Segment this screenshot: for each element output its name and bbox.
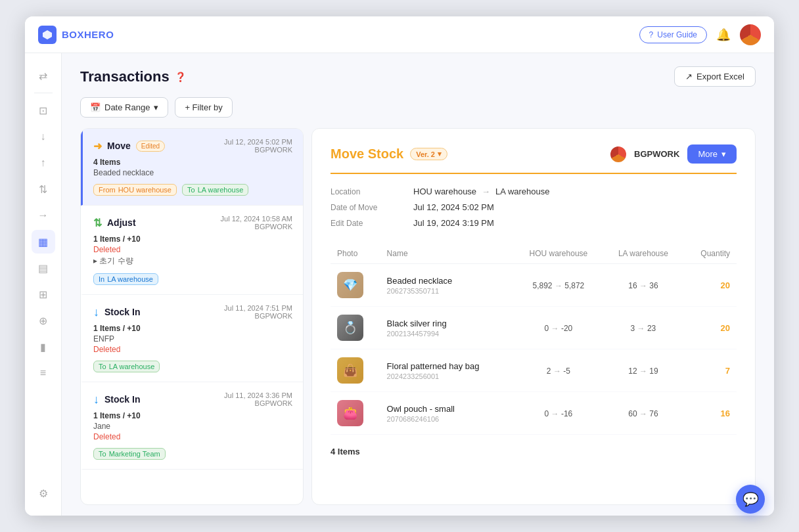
- hou-stock: 5,892 → 5,872: [533, 281, 585, 290]
- quantity-value: 20: [683, 307, 737, 349]
- chat-icon: 💬: [742, 491, 759, 507]
- txn-user: BGPWORK: [221, 223, 292, 231]
- sidebar-item-stockin[interactable]: ↓: [32, 125, 55, 148]
- chevron-down-icon-more: ▾: [721, 149, 726, 159]
- txn-sub: Deleted: [93, 345, 292, 354]
- to-tag: To LA warehouse: [93, 361, 160, 372]
- stockin-icon: ↓: [93, 305, 99, 319]
- txn-sub: Deleted: [93, 245, 292, 254]
- to-tag: To LA warehouse: [182, 184, 248, 196]
- in-tag: In LA warehouse: [93, 273, 158, 285]
- quantity-value: 16: [683, 392, 737, 435]
- sidebar-item-table[interactable]: ▤: [32, 256, 55, 280]
- question-icon: ?: [649, 30, 654, 39]
- txn-korean: ▸ 초기 수량: [93, 255, 292, 267]
- txn-date: Jul 12, 2024 5:02 PM: [224, 138, 292, 146]
- txn-sub: Deleted: [93, 432, 292, 441]
- la-stock: 12 → 19: [628, 366, 658, 376]
- logo-icon: [38, 26, 57, 44]
- sidebar-item-stockout[interactable]: ↑: [32, 151, 55, 175]
- product-sku: 2070686246106: [387, 415, 507, 423]
- chevron-down-icon: ▾: [438, 150, 442, 158]
- from-location: HOU warehouse: [118, 186, 171, 194]
- to-tag-2: To Marketing Team: [93, 448, 166, 460]
- from-label: From: [99, 186, 116, 194]
- hou-stock: 2 → -5: [547, 366, 570, 376]
- transaction-item-adjust[interactable]: ⇅ Adjust Jul 12, 2024 10:58 AM BGPWORK 1…: [81, 206, 303, 295]
- workspace-logo: [610, 146, 626, 162]
- sidebar-item-settings[interactable]: ⚙: [32, 481, 55, 505]
- export-excel-button[interactable]: ↗ Export Excel: [674, 66, 756, 87]
- product-name: Owl pouch - small: [387, 404, 507, 414]
- in-label: In: [99, 275, 104, 283]
- version-badge[interactable]: Ver. 2 ▾: [410, 148, 447, 160]
- product-name: Floral patterned hay bag: [387, 361, 507, 371]
- more-button[interactable]: More ▾: [687, 144, 737, 164]
- export-icon: ↗: [685, 72, 693, 81]
- date-of-move-value: Jul 12, 2024 5:02 PM: [413, 202, 737, 212]
- detail-info: Location HOU warehouse → LA warehouse Da…: [331, 186, 737, 228]
- col-la: LA warehouse: [603, 244, 683, 264]
- chat-bubble-button[interactable]: 💬: [736, 485, 765, 514]
- hou-stock: 0 → -16: [545, 409, 573, 418]
- filter-by-button[interactable]: + Filter by: [175, 97, 232, 118]
- workspace-name: BGPWORK: [634, 149, 679, 159]
- txn-count: 1 Items / +10: [93, 324, 292, 333]
- product-sku: 2002134457994: [387, 330, 507, 338]
- product-thumb-pouch: 👛: [337, 400, 363, 426]
- transaction-item-move[interactable]: ➜ Move Edited Jul 12, 2024 5:02 PM BGPWO…: [81, 129, 303, 206]
- quantity-value: 7: [683, 349, 737, 392]
- items-count: 4 Items: [331, 447, 737, 456]
- in-location: LA warehouse: [107, 275, 153, 283]
- help-icon[interactable]: ❓: [175, 72, 186, 82]
- col-hou: HOU warehouse: [513, 244, 603, 264]
- location-value: HOU warehouse → LA warehouse: [413, 186, 737, 196]
- la-stock: 3 → 23: [631, 324, 656, 333]
- product-name: Black silver ring: [387, 319, 507, 328]
- transaction-item-stockin-1[interactable]: ↓ Stock In Jul 11, 2024 7:51 PM BGPWORK …: [81, 295, 303, 382]
- sidebar-item-transactions[interactable]: ▦: [32, 230, 55, 254]
- bell-icon[interactable]: 🔔: [716, 28, 731, 42]
- txn-sub: Beaded necklace: [93, 168, 292, 177]
- sidebar-item-addcircle[interactable]: ⊕: [32, 309, 55, 332]
- content-area: Transactions ❓ ↗ Export Excel 📅 Date Ran…: [62, 53, 774, 516]
- txn-date: Jul 12, 2024 10:58 AM: [221, 215, 292, 223]
- sidebar-item-arrow[interactable]: →: [32, 204, 55, 227]
- sidebar-item-move[interactable]: ⇅: [32, 177, 55, 201]
- sidebar-item-chart[interactable]: ▮: [32, 335, 55, 359]
- date-range-button[interactable]: 📅 Date Range ▾: [80, 97, 168, 118]
- txn-user: BGPWORK: [224, 399, 292, 407]
- user-guide-button[interactable]: ? User Guide: [639, 26, 707, 43]
- topbar-right: ? User Guide 🔔: [639, 24, 761, 45]
- table-row: 👜 Floral patterned hay bag 2024233256001…: [331, 349, 737, 392]
- page-title: Transactions ❓: [80, 68, 186, 85]
- edit-date-label: Edit Date: [331, 217, 403, 228]
- la-stock: 16 → 36: [628, 281, 658, 290]
- to-location: LA warehouse: [109, 363, 155, 370]
- txn-name: Jane: [93, 422, 292, 431]
- topbar: BOXHERO ? User Guide 🔔: [25, 16, 774, 53]
- quantity-value: 20: [683, 264, 737, 307]
- product-name: Beaded necklace: [387, 276, 507, 286]
- txn-user: BGPWORK: [224, 312, 292, 320]
- transaction-list: ➜ Move Edited Jul 12, 2024 5:02 PM BGPWO…: [80, 128, 304, 505]
- sidebar-item-grid[interactable]: ⊞: [32, 282, 55, 306]
- transaction-item-stockin-2[interactable]: ↓ Stock In Jul 11, 2024 3:36 PM BGPWORK …: [81, 382, 303, 470]
- la-stock: 60 → 76: [628, 409, 658, 418]
- product-thumb-ring: 💍: [337, 315, 363, 341]
- avatar[interactable]: [740, 24, 761, 45]
- txn-date: Jul 11, 2024 7:51 PM: [224, 304, 292, 312]
- col-photo: Photo: [331, 244, 380, 264]
- stockin-icon-2: ↓: [93, 393, 99, 407]
- arrow-right-icon: →: [482, 187, 490, 196]
- sidebar-item-list[interactable]: ≡: [32, 361, 55, 385]
- detail-header-right: BGPWORK More ▾: [610, 144, 737, 164]
- detail-table: Photo Name HOU warehouse LA warehouse Qu…: [331, 244, 737, 435]
- sidebar-divider-1: [34, 93, 53, 93]
- edited-badge: Edited: [136, 141, 165, 152]
- sidebar: ⇄ ⊡ ↓ ↑ ⇅ → ▦ ▤ ⊞ ⊕ ▮ ≡ ⚙: [25, 53, 62, 516]
- sidebar-item-collapse[interactable]: ⇄: [32, 64, 55, 87]
- svg-marker-0: [43, 30, 52, 39]
- sidebar-item-inventory[interactable]: ⊡: [32, 99, 55, 122]
- chevron-down-icon: ▾: [154, 102, 158, 112]
